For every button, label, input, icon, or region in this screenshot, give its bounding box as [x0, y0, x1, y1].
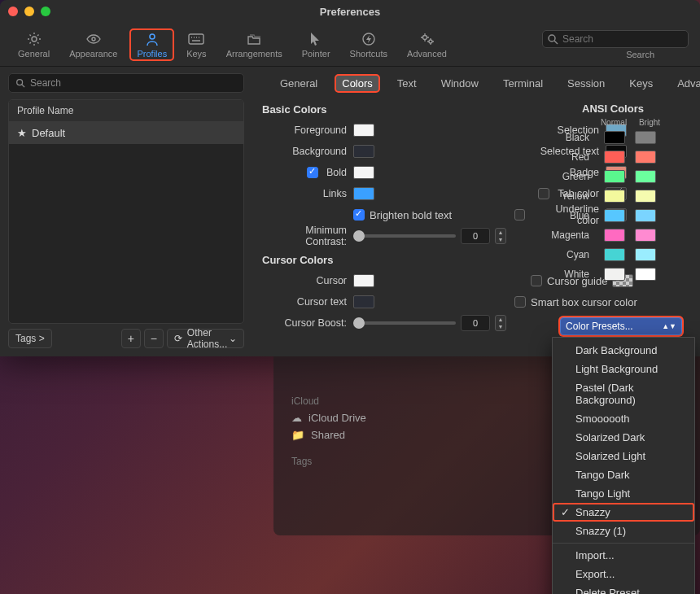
preset-option-delete-preset-[interactable]: Delete Preset... — [553, 583, 694, 594]
tab-general[interactable]: General — [273, 75, 324, 92]
svg-point-0 — [32, 37, 37, 41]
gears-icon — [419, 31, 435, 47]
cursor-text-color-swatch[interactable] — [353, 295, 374, 308]
preset-option-pastel-dark-background-[interactable]: Pastel (Dark Background) — [553, 378, 694, 409]
ansi-blue-bright-swatch[interactable] — [635, 209, 656, 222]
toolbar-arrangements[interactable]: Arrangements — [220, 29, 289, 60]
ansi-black-normal-swatch[interactable] — [604, 131, 625, 144]
chevron-down-icon: ⌄ — [229, 333, 237, 344]
preset-option-solarized-light[interactable]: Solarized Light — [553, 447, 694, 465]
tab-advanced[interactable]: Advanced — [671, 75, 700, 92]
tab-keys[interactable]: Keys — [623, 75, 659, 92]
preset-option-solarized-dark[interactable]: Solarized Dark — [553, 428, 694, 447]
svg-rect-3 — [189, 34, 203, 44]
background-color-swatch[interactable] — [353, 145, 374, 158]
ansi-white-bright-swatch[interactable] — [635, 268, 656, 281]
tab-window[interactable]: Window — [435, 75, 485, 92]
bolt-icon — [361, 31, 377, 47]
ansi-cyan-bright-swatch[interactable] — [635, 248, 656, 261]
ansi-black-bright-swatch[interactable] — [635, 131, 656, 144]
ansi-red-bright-swatch[interactable] — [635, 151, 656, 164]
toolbar-advanced[interactable]: Advanced — [400, 29, 453, 60]
remove-profile-button[interactable]: − — [144, 329, 164, 348]
svg-point-5 — [422, 35, 427, 39]
preset-option-light-background[interactable]: Light Background — [553, 360, 694, 378]
cursor-boost-stepper[interactable]: ▲▼ — [495, 315, 506, 331]
svg-point-2 — [150, 34, 155, 39]
cursor-boost-value[interactable] — [461, 315, 490, 331]
ansi-colors-panel: ANSI Colors NormalBright BlackRedGreenYe… — [544, 103, 682, 283]
toolbar-pointer[interactable]: Pointer — [295, 29, 337, 60]
preset-option-import-[interactable]: Import... — [553, 543, 694, 565]
profiles-list-header: Profile Name — [9, 100, 243, 122]
chevron-up-down-icon: ▲▼ — [662, 322, 676, 330]
ansi-green-normal-swatch[interactable] — [604, 170, 625, 183]
preferences-window: Preferences General Appearance Profiles … — [0, 0, 700, 356]
other-actions-dropdown[interactable]: ⟳Other Actions...⌄ — [167, 329, 244, 348]
profile-tabs: General Colors Text Window Terminal Sess… — [262, 72, 690, 100]
cursor-boost-slider[interactable]: ▲▼ — [353, 315, 506, 331]
preset-option-export-[interactable]: Export... — [553, 565, 694, 583]
ansi-yellow-bright-swatch[interactable] — [635, 190, 656, 203]
svg-point-7 — [549, 35, 555, 41]
search-icon — [15, 78, 25, 88]
ansi-red-normal-swatch[interactable] — [604, 151, 625, 164]
ansi-magenta-bright-swatch[interactable] — [635, 229, 656, 242]
ansi-yellow-normal-swatch[interactable] — [604, 190, 625, 203]
preset-option-tango-light[interactable]: Tango Light — [553, 484, 694, 503]
bold-color-swatch[interactable] — [353, 166, 374, 179]
cursor-guide-checkbox[interactable] — [531, 275, 542, 286]
links-color-swatch[interactable] — [353, 187, 374, 200]
brighten-bold-checkbox[interactable] — [353, 209, 365, 221]
star-icon: ★ — [17, 127, 27, 139]
tab-colors[interactable]: Colors — [335, 75, 379, 92]
ansi-magenta-normal-swatch[interactable] — [604, 229, 625, 242]
smart-box-checkbox[interactable] — [514, 296, 526, 308]
gear-icon — [26, 31, 42, 47]
tags-dropdown[interactable]: Tags > — [8, 329, 52, 348]
svg-point-8 — [17, 80, 23, 85]
add-profile-button[interactable]: + — [121, 329, 141, 348]
toolbar-search-input[interactable] — [542, 30, 689, 48]
foreground-color-swatch[interactable] — [353, 124, 374, 137]
sidebar-search[interactable]: Search — [8, 73, 244, 93]
cursor-icon — [308, 31, 324, 47]
preset-option-smoooooth[interactable]: Smoooooth — [553, 409, 694, 428]
toolbar-shortcuts[interactable]: Shortcuts — [343, 29, 394, 60]
min-contrast-value[interactable] — [461, 228, 490, 244]
profiles-sidebar: Search Profile Name ★Default Tags > + − … — [0, 67, 252, 356]
toolbar: General Appearance Profiles Keys Arrange… — [0, 23, 700, 67]
person-icon — [144, 31, 160, 47]
toolbar-search: Search — [542, 30, 689, 59]
folders-icon — [246, 31, 262, 47]
preset-option-snazzy[interactable]: Snazzy — [553, 503, 694, 522]
svg-point-6 — [429, 40, 432, 43]
titlebar: Preferences — [0, 0, 700, 23]
ansi-white-normal-swatch[interactable] — [604, 268, 625, 281]
toolbar-profiles[interactable]: Profiles — [130, 29, 173, 60]
tab-text[interactable]: Text — [391, 75, 423, 92]
ansi-blue-normal-swatch[interactable] — [604, 209, 625, 222]
cursor-color-swatch[interactable] — [353, 274, 374, 287]
profiles-list: Profile Name ★Default — [8, 99, 244, 324]
tab-session[interactable]: Session — [561, 75, 611, 92]
color-presets-menu: Dark BackgroundLight BackgroundPastel (D… — [552, 337, 695, 594]
ansi-green-bright-swatch[interactable] — [635, 170, 656, 183]
ansi-cyan-normal-swatch[interactable] — [604, 248, 625, 261]
min-contrast-slider[interactable]: ▲▼ — [353, 228, 506, 244]
preset-option-dark-background[interactable]: Dark Background — [553, 341, 694, 360]
preset-option-snazzy-1-[interactable]: Snazzy (1) — [553, 522, 694, 540]
sync-icon: ⟳ — [174, 333, 182, 344]
tab-terminal[interactable]: Terminal — [497, 75, 549, 92]
preset-option-tango-dark[interactable]: Tango Dark — [553, 465, 694, 484]
toolbar-general[interactable]: General — [11, 29, 56, 60]
min-contrast-stepper[interactable]: ▲▼ — [495, 228, 506, 244]
toolbar-keys[interactable]: Keys — [180, 29, 212, 60]
bold-checkbox[interactable] — [307, 167, 318, 178]
profile-item-default[interactable]: ★Default — [9, 122, 243, 144]
toolbar-appearance[interactable]: Appearance — [63, 29, 124, 60]
search-icon — [547, 33, 558, 45]
window-title: Preferences — [0, 6, 700, 18]
color-presets-dropdown[interactable]: Color Presets...▲▼ — [560, 317, 682, 335]
underline-color-checkbox[interactable] — [514, 209, 525, 221]
